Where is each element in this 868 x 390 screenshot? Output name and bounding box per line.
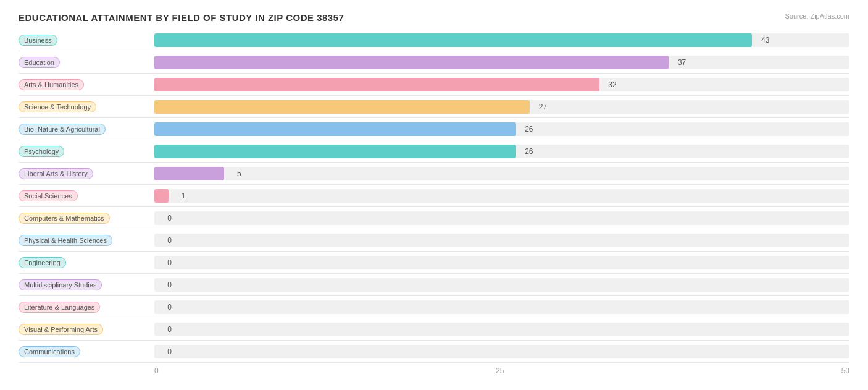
bar-value: 0 [167,303,172,312]
label-pill: Arts & Humanities [19,79,84,90]
chart-area: Business43Education37Arts & Humanities32… [19,29,849,339]
chart-container: EDUCATIONAL ATTAINMENT BY FIELD OF STUDY… [0,0,868,390]
label-pill: Engineering [19,257,66,268]
label-pill: Social Sciences [19,190,78,201]
bar-row: Liberal Arts & History5 [19,163,849,185]
chart-title: EDUCATIONAL ATTAINMENT BY FIELD OF STUDY… [19,12,849,23]
bar-track: 26 [154,122,849,136]
label-pill: Science & Technology [19,101,96,112]
bar-row: Multidisciplinary Studies0 [19,274,849,296]
bar-label: Business [19,35,154,46]
bar-fill: 32 [154,78,599,91]
bar-label: Social Sciences [19,190,154,201]
label-pill: Multidisciplinary Studies [19,279,102,290]
bar-value: 43 [761,36,769,45]
bar-track: 32 [154,78,849,91]
bar-label: Multidisciplinary Studies [19,279,154,290]
bar-track: 1 [154,189,849,203]
bar-track: 0 [154,256,849,269]
bar-track: 26 [154,145,849,158]
label-pill: Bio, Nature & Agricultural [19,124,106,135]
bar-label: Communications [19,346,154,357]
bar-track: 0 [154,234,849,247]
bar-label: Visual & Performing Arts [19,324,154,335]
bar-row: Arts & Humanities32 [19,74,849,96]
bar-track: 5 [154,167,849,180]
x-axis-labels: 02550 [154,367,849,375]
bar-track: 27 [154,100,849,114]
x-axis-label: 0 [154,367,159,375]
label-pill: Visual & Performing Arts [19,324,103,335]
label-pill: Education [19,57,60,68]
label-pill: Computers & Mathematics [19,213,110,224]
bar-label: Arts & Humanities [19,79,154,90]
bar-fill: 26 [154,122,516,136]
bar-track: 0 [154,323,849,336]
chart-source: Source: ZipAtlas.com [785,12,849,20]
bar-fill: 37 [154,56,669,69]
label-pill: Literature & Languages [19,302,100,313]
bar-row: Literature & Languages0 [19,296,849,318]
bar-label: Computers & Mathematics [19,213,154,224]
bar-value: 37 [678,58,686,67]
bar-value: 27 [539,103,547,111]
bar-track: 0 [154,345,849,358]
bar-value: 26 [525,147,533,156]
bar-track: 0 [154,211,849,225]
bar-label: Liberal Arts & History [19,168,154,179]
bar-value: 0 [167,281,172,289]
bar-track: 0 [154,278,849,292]
bar-label: Physical & Health Sciences [19,235,154,246]
bar-fill: 26 [154,145,516,158]
x-axis: 02550 [154,367,849,375]
bar-value: 0 [167,258,172,267]
bar-row: Bio, Nature & Agricultural26 [19,118,849,140]
bar-value: 0 [167,347,172,356]
bar-row: Communications0 [19,341,849,363]
bar-row: Business43 [19,29,849,51]
bar-value: 5 [237,169,241,178]
x-axis-label: 50 [841,367,849,375]
bar-track: 37 [154,56,849,69]
bar-row: Computers & Mathematics0 [19,207,849,229]
bar-value: 32 [608,80,616,89]
label-pill: Communications [19,346,80,357]
bar-value: 26 [525,125,533,134]
bar-row: Engineering0 [19,252,849,274]
label-pill: Business [19,35,57,46]
bar-fill: 5 [154,167,224,180]
bar-row: Social Sciences1 [19,185,849,207]
bar-label: Psychology [19,146,154,157]
bar-value: 0 [167,325,172,334]
bar-row: Science & Technology27 [19,96,849,118]
label-pill: Psychology [19,146,64,157]
bar-label: Science & Technology [19,101,154,112]
bar-row: Psychology26 [19,140,849,163]
bar-fill: 27 [154,100,530,114]
x-axis-label: 25 [496,367,504,375]
bar-label: Engineering [19,257,154,268]
bar-track: 43 [154,33,849,47]
bar-row: Education37 [19,51,849,74]
bars-section: Business43Education37Arts & Humanities32… [19,29,849,363]
bar-value: 0 [167,214,172,223]
bar-fill: 1 [154,189,169,203]
bar-value: 1 [182,192,186,200]
bar-label: Education [19,57,154,68]
bar-value: 0 [167,236,172,245]
label-pill: Physical & Health Sciences [19,235,112,246]
bar-track: 0 [154,300,849,314]
bar-row: Visual & Performing Arts0 [19,318,849,341]
bar-label: Bio, Nature & Agricultural [19,124,154,135]
bar-label: Literature & Languages [19,302,154,313]
bar-row: Physical & Health Sciences0 [19,229,849,252]
label-pill: Liberal Arts & History [19,168,93,179]
bar-fill: 43 [154,33,752,47]
